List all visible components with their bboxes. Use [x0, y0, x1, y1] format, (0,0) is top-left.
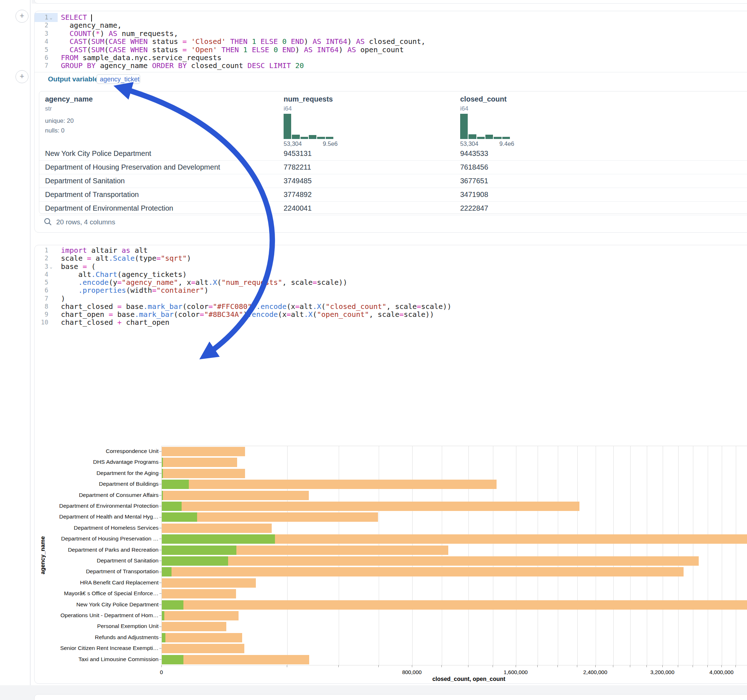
line-number: 1 [35, 13, 48, 22]
x-tick-label: 2,400,000 [584, 669, 608, 675]
output-variable-pill[interactable]: agency_tickets [97, 74, 140, 84]
bar-closed-count [162, 480, 496, 489]
table-row[interactable]: Department of Transportation377489234719… [39, 188, 747, 202]
code-line[interactable]: 3⌄base = ( [35, 262, 747, 271]
table-cell: 3677651 [460, 174, 488, 188]
code-line[interactable]: 1⌄SELECT [35, 13, 747, 22]
gridline [708, 446, 708, 665]
table-body: New York City Police Department945313194… [39, 147, 747, 215]
gridline [412, 446, 413, 665]
gridline [442, 446, 442, 665]
bar-open-count [162, 600, 183, 609]
histogram-bar [284, 114, 291, 139]
table-row[interactable]: Department of Sanitation37494853677651 [39, 174, 747, 188]
y-axis-label: Department of Environmental Protection [45, 501, 159, 511]
y-axis-label: Department of Homeless Services [45, 522, 159, 533]
column-header-closed-count[interactable]: closed_count [460, 95, 507, 103]
code-line[interactable]: 7GROUP BY agency_name ORDER BY closed_co… [35, 62, 747, 70]
line-number: 5 [35, 46, 48, 54]
code-line[interactable]: 10chart_closed + chart_open [35, 318, 747, 327]
y-tick-mark [159, 582, 162, 583]
code-line[interactable]: 8chart_closed = base.mark_bar(color="#FF… [35, 302, 747, 311]
bar-open-count [162, 655, 183, 664]
code-line[interactable]: 2 agency_name, [35, 21, 747, 30]
python-code-editor[interactable]: 1import altair as alt2scale = alt.Scale(… [35, 245, 747, 330]
previous-cell-edge [34, 0, 747, 4]
line-number: 3 [35, 262, 48, 271]
code-line[interactable]: 4 CAST(SUM(CASE WHEN status = 'Closed' T… [35, 38, 747, 46]
x-tick-mark [162, 665, 162, 667]
x-tick-mark [693, 665, 693, 667]
column-stat-nulls: nulls: 0 [45, 126, 65, 136]
line-number: 8 [35, 302, 48, 311]
y-axis-label: HRA Benefit Card Replacement [45, 577, 159, 588]
table-row[interactable]: Department of Environmental Protection22… [39, 202, 747, 215]
y-axis-label: Department of Consumer Affairs [45, 490, 159, 501]
table-cell: 9453131 [284, 147, 312, 160]
code-line[interactable]: 5 CAST(SUM(CASE WHEN status = 'Open' THE… [35, 46, 747, 54]
bar-closed-count [162, 578, 256, 588]
y-axis-label: Mayorâ€ s Office of Special Enforce… [45, 588, 159, 599]
table-cell: 9443533 [460, 147, 488, 160]
histogram-bar [326, 137, 333, 139]
bar-closed-count [162, 644, 244, 653]
notebook-page: { "colors": { "keyword": "#9b27af", "ope… [0, 0, 747, 700]
search-icon[interactable] [44, 217, 52, 226]
y-tick-mark [159, 572, 162, 572]
closed-count-histogram [460, 114, 511, 139]
code-line[interactable]: 3 COUNT(*) AS num_requests, [35, 30, 747, 38]
x-tick-mark [378, 665, 379, 667]
x-tick-mark [468, 665, 469, 667]
hist-max-label: 9.4e6 [499, 140, 514, 147]
line-number: 7 [35, 62, 48, 70]
code-line[interactable]: 6 .properties(width="container") [35, 286, 747, 294]
code-line[interactable]: 2scale = alt.Scale(type="sqrt") [35, 254, 747, 262]
column-header-agency-name[interactable]: agency_name [45, 95, 92, 103]
next-cell-edge [34, 694, 747, 700]
fold-chevron-icon[interactable]: ⌄ [50, 263, 52, 271]
code-line[interactable]: 4 alt.Chart(agency_tickets) [35, 270, 747, 279]
code-line[interactable]: 6FROM sample_data.nyc.service_requests [35, 54, 747, 62]
x-tick-mark [735, 665, 736, 667]
add-cell-button-output[interactable]: + [15, 70, 29, 83]
gridline [663, 446, 663, 665]
table-row[interactable]: New York City Police Department945313194… [39, 147, 747, 161]
code-line[interactable]: 7) [35, 294, 747, 303]
sql-code-editor[interactable]: 1⌄SELECT 2 agency_name,3 COUNT(*) AS num… [35, 11, 747, 71]
chart-plot-area [162, 446, 747, 665]
table-cell: 7618456 [460, 161, 488, 174]
fold-chevron-icon[interactable]: ⌄ [50, 14, 52, 22]
gridline [339, 446, 339, 665]
code-line[interactable]: 5 .encode(y="agency_name", x=alt.X("num_… [35, 278, 747, 287]
bar-closed-count [162, 589, 236, 599]
gridline [287, 446, 287, 665]
table-cell: 2222847 [460, 202, 488, 215]
sql-cell: 1⌄SELECT 2 agency_name,3 COUNT(*) AS num… [34, 11, 747, 232]
bar-open-count [162, 469, 163, 478]
table-cell: 2240041 [284, 202, 312, 215]
y-axis-label: Department of Buildings [45, 478, 159, 489]
y-tick-mark [159, 539, 162, 539]
x-tick-label: 1,600,000 [504, 669, 528, 675]
histogram-bar [292, 135, 299, 139]
x-tick-mark [338, 665, 339, 667]
histogram-bar [460, 114, 468, 139]
num-requests-histogram-labels: 53,304 9.5e6 [284, 140, 338, 147]
table-footer-summary: 20 rows, 4 columns [56, 218, 115, 226]
add-cell-button-top[interactable]: + [15, 10, 29, 23]
result-table: agency_name str unique: 20 nulls: 0 num_… [39, 91, 747, 214]
x-tick-mark [537, 665, 538, 667]
bar-closed-count [162, 447, 245, 456]
table-cell: 3471908 [460, 188, 488, 201]
y-tick-mark [159, 616, 162, 616]
column-header-num-requests[interactable]: num_requests [284, 95, 333, 103]
y-axis-label: Department of Housing Preservation … [45, 533, 159, 544]
gridline [596, 446, 596, 665]
bar-closed-count [162, 622, 226, 631]
histogram-bar [485, 135, 493, 139]
y-axis-label: Operations Unit - Department of Hom… [45, 610, 159, 621]
table-row[interactable]: Department of Housing Preservation and D… [39, 161, 747, 174]
code-line[interactable]: 9chart_open = base.mark_bar(color="#8BC3… [35, 311, 747, 319]
code-line[interactable]: 1import altair as alt [35, 246, 747, 255]
y-tick-mark [159, 561, 162, 561]
